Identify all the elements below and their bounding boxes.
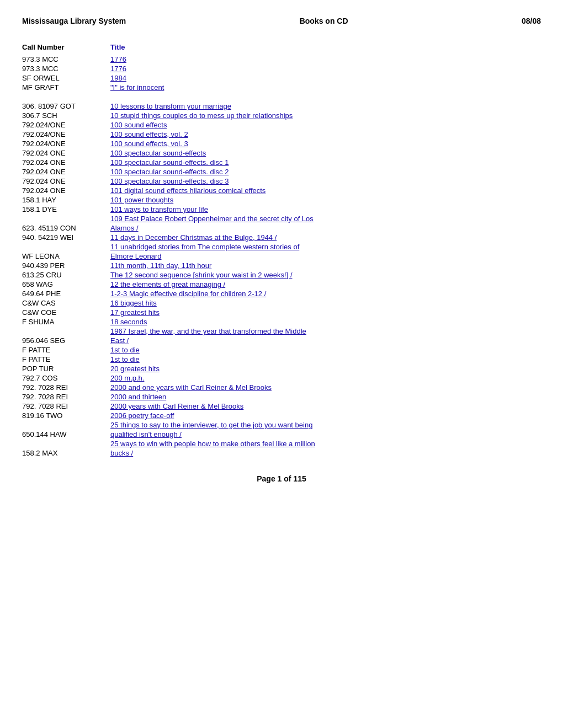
call-number-cell: 792.024/ONE xyxy=(22,139,110,148)
table-row: SF ORWEL1984 xyxy=(22,73,541,83)
title-cell[interactable]: 11 days in December Christmas at the Bul… xyxy=(110,233,541,242)
title-cell[interactable]: 11th month, 11th day, 11th hour xyxy=(110,261,541,270)
title-link[interactable]: 100 spectacular sound-effects. disc 3 xyxy=(110,177,229,185)
title-cell[interactable]: "I" is for innocent xyxy=(110,83,541,92)
title-link[interactable]: 101 power thoughts xyxy=(110,196,173,204)
call-number-cell: 973.3 MCC xyxy=(22,64,110,73)
table-row: POP TUR20 greatest hits xyxy=(22,364,541,373)
title-cell[interactable]: 101 digital sound effects hilarious comi… xyxy=(110,186,541,195)
title-link[interactable]: 17 greatest hits xyxy=(110,308,160,317)
title-link[interactable]: bucks / xyxy=(110,449,133,457)
page-footer: Page 1 of 115 xyxy=(22,474,541,483)
title-cell[interactable]: 100 sound effects xyxy=(110,120,541,130)
title-cell[interactable]: 200 m.p.h. xyxy=(110,373,541,383)
table-row: 973.3 MCC1776 xyxy=(22,55,541,64)
call-number-cell: 792.024/ONE xyxy=(22,130,110,139)
title-link[interactable]: East / xyxy=(110,336,129,345)
title-link[interactable]: 11 unabridged stories from The complete … xyxy=(110,243,299,251)
title-link[interactable]: 10 lessons to transform your marriage xyxy=(110,102,231,110)
title-link[interactable]: 2006 poetry face-off xyxy=(110,411,174,420)
title-link[interactable]: 109 East Palace Robert Oppenheimer and t… xyxy=(110,215,314,223)
title-cell[interactable]: 101 power thoughts xyxy=(110,195,541,205)
title-cell[interactable]: 109 East Palace Robert Oppenheimer and t… xyxy=(110,214,541,223)
title-link[interactable]: 100 sound effects, vol. 3 xyxy=(110,140,188,148)
title-link[interactable]: 1-2-3 Magic effective discipline for chi… xyxy=(110,290,266,298)
title-cell[interactable]: 1967 Israel, the war, and the year that … xyxy=(110,326,541,336)
title-cell[interactable]: East / xyxy=(110,336,541,345)
call-number-cell xyxy=(22,326,110,336)
title-cell[interactable]: 100 spectacular sound-effects. disc 3 xyxy=(110,176,541,186)
title-cell[interactable]: 25 things to say to the interviewer, to … xyxy=(110,420,541,430)
title-cell[interactable]: 2000 and one years with Carl Reiner & Me… xyxy=(110,383,541,392)
title-link[interactable]: qualified isn't enough / xyxy=(110,430,182,438)
title-link[interactable]: 1st to die xyxy=(110,355,140,363)
title-link[interactable]: 1776 xyxy=(110,65,126,73)
title-link[interactable]: 2000 years with Carl Reiner & Mel Brooks xyxy=(110,402,243,410)
header-library: Mississauga Library System xyxy=(22,17,126,25)
title-cell[interactable]: 1st to die xyxy=(110,355,541,364)
title-cell[interactable]: 2000 and thirteen xyxy=(110,392,541,402)
title-cell[interactable]: 1st to die xyxy=(110,345,541,355)
title-link[interactable]: 1776 xyxy=(110,55,126,63)
title-cell[interactable]: 100 spectacular sound-effects xyxy=(110,148,541,158)
title-link[interactable]: 25 things to say to the interviewer, to … xyxy=(110,421,312,429)
title-cell[interactable]: 17 greatest hits xyxy=(110,308,541,317)
title-link[interactable]: 200 m.p.h. xyxy=(110,374,144,382)
title-link[interactable]: 11th month, 11th day, 11th hour xyxy=(110,261,211,270)
title-cell[interactable]: 2000 years with Carl Reiner & Mel Brooks xyxy=(110,402,541,411)
title-link[interactable]: 101 ways to transform your life xyxy=(110,205,208,213)
title-link[interactable]: 2000 and thirteen xyxy=(110,393,166,401)
title-link[interactable]: 10 stupid things couples do to mess up t… xyxy=(110,111,293,120)
title-cell[interactable]: Alamos / xyxy=(110,223,541,233)
title-link[interactable]: 100 sound effects, vol. 2 xyxy=(110,130,188,138)
title-cell[interactable]: 2006 poetry face-off xyxy=(110,411,541,420)
title-cell[interactable]: 11 unabridged stories from The complete … xyxy=(110,242,541,251)
title-link[interactable]: 100 sound effects xyxy=(110,121,167,129)
title-link[interactable]: 16 biggest hits xyxy=(110,299,157,307)
title-cell[interactable]: 1984 xyxy=(110,73,541,83)
title-cell[interactable]: 1-2-3 Magic effective discipline for chi… xyxy=(110,289,541,298)
title-link[interactable]: 100 spectacular sound-effects. disc 2 xyxy=(110,168,229,176)
title-link[interactable]: The 12 second sequence [shrink your wais… xyxy=(110,271,293,279)
title-link[interactable]: 11 days in December Christmas at the Bul… xyxy=(110,233,277,242)
title-cell[interactable]: 10 stupid things couples do to mess up t… xyxy=(110,111,541,120)
title-cell[interactable]: 101 ways to transform your life xyxy=(110,205,541,214)
call-number-cell: SF ORWEL xyxy=(22,73,110,83)
title-link[interactable]: 18 seconds xyxy=(110,318,147,326)
table-row: WF LEONAElmore Leonard xyxy=(22,251,541,261)
title-link[interactable]: 100 spectacular sound-effects. disc 1 xyxy=(110,158,229,167)
title-cell[interactable]: 10 lessons to transform your marriage xyxy=(110,101,541,111)
table-row: 792. 7028 REI2000 and one years with Car… xyxy=(22,383,541,392)
title-cell[interactable]: 100 spectacular sound-effects. disc 1 xyxy=(110,158,541,167)
title-cell[interactable]: 16 biggest hits xyxy=(110,298,541,308)
title-link[interactable]: 12 the elements of great managing / xyxy=(110,280,225,288)
title-cell[interactable]: 100 spectacular sound-effects. disc 2 xyxy=(110,167,541,176)
title-cell[interactable]: 100 sound effects, vol. 3 xyxy=(110,139,541,148)
title-link[interactable]: Elmore Leonard xyxy=(110,252,162,260)
title-link[interactable]: 100 spectacular sound-effects xyxy=(110,149,206,157)
header-date: 08/08 xyxy=(522,17,541,25)
title-cell[interactable]: qualified isn't enough / xyxy=(110,430,541,439)
title-link[interactable]: 20 greatest hits xyxy=(110,365,160,373)
title-link[interactable]: 25 ways to win with people how to make o… xyxy=(110,440,315,448)
title-cell[interactable]: Elmore Leonard xyxy=(110,251,541,261)
title-cell[interactable]: 100 sound effects, vol. 2 xyxy=(110,130,541,139)
call-number-cell: 792.024/ONE xyxy=(22,120,110,130)
title-link[interactable]: 101 digital sound effects hilarious comi… xyxy=(110,186,265,195)
title-cell[interactable]: 25 ways to win with people how to make o… xyxy=(110,439,541,448)
title-cell[interactable]: 18 seconds xyxy=(110,317,541,326)
title-cell[interactable]: bucks / xyxy=(110,448,541,458)
table-row: 25 things to say to the interviewer, to … xyxy=(22,420,541,430)
title-link[interactable]: 1984 xyxy=(110,74,126,82)
title-cell[interactable]: 1776 xyxy=(110,55,541,64)
call-number-cell: 613.25 CRU xyxy=(22,270,110,280)
title-link[interactable]: Alamos / xyxy=(110,224,139,232)
title-cell[interactable]: 12 the elements of great managing / xyxy=(110,280,541,289)
title-link[interactable]: 1967 Israel, the war, and the year that … xyxy=(110,327,306,335)
title-link[interactable]: 1st to die xyxy=(110,346,140,354)
title-cell[interactable]: 20 greatest hits xyxy=(110,364,541,373)
title-link[interactable]: 2000 and one years with Carl Reiner & Me… xyxy=(110,383,272,392)
title-cell[interactable]: The 12 second sequence [shrink your wais… xyxy=(110,270,541,280)
title-cell[interactable]: 1776 xyxy=(110,64,541,73)
title-link[interactable]: "I" is for innocent xyxy=(110,83,164,92)
